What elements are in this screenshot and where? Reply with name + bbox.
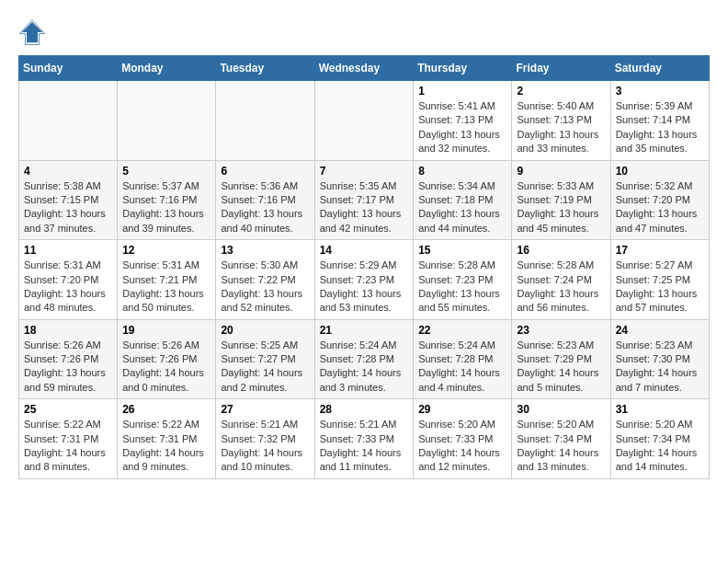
day-number: 10 (616, 165, 704, 178)
day-info: Sunrise: 5:20 AM Sunset: 7:34 PM Dayligh… (517, 418, 605, 475)
day-number: 12 (122, 244, 210, 257)
calendar-day-cell: 30Sunrise: 5:20 AM Sunset: 7:34 PM Dayli… (512, 399, 610, 479)
calendar-day-cell: 20Sunrise: 5:25 AM Sunset: 7:27 PM Dayli… (216, 319, 314, 399)
logo-icon (18, 18, 46, 46)
calendar-day-cell: 6Sunrise: 5:36 AM Sunset: 7:16 PM Daylig… (216, 160, 314, 240)
day-of-week-header: Tuesday (216, 56, 314, 81)
day-info: Sunrise: 5:37 AM Sunset: 7:16 PM Dayligh… (122, 179, 210, 236)
calendar-day-cell (19, 81, 118, 161)
calendar-day-cell (216, 81, 314, 161)
day-number: 9 (517, 165, 605, 178)
day-info: Sunrise: 5:40 AM Sunset: 7:13 PM Dayligh… (517, 99, 605, 156)
day-number: 7 (320, 165, 409, 178)
calendar-week-row: 18Sunrise: 5:26 AM Sunset: 7:26 PM Dayli… (19, 319, 710, 399)
day-of-week-header: Friday (512, 56, 610, 81)
day-of-week-header: Saturday (610, 56, 709, 81)
day-info: Sunrise: 5:33 AM Sunset: 7:19 PM Dayligh… (517, 179, 605, 236)
calendar-day-cell: 3Sunrise: 5:39 AM Sunset: 7:14 PM Daylig… (610, 81, 709, 161)
day-number: 2 (517, 85, 605, 98)
calendar-week-row: 4Sunrise: 5:38 AM Sunset: 7:15 PM Daylig… (19, 160, 710, 240)
day-info: Sunrise: 5:29 AM Sunset: 7:23 PM Dayligh… (320, 259, 409, 316)
calendar-day-cell: 2Sunrise: 5:40 AM Sunset: 7:13 PM Daylig… (512, 81, 610, 161)
day-info: Sunrise: 5:32 AM Sunset: 7:20 PM Dayligh… (616, 179, 704, 236)
calendar-day-cell: 9Sunrise: 5:33 AM Sunset: 7:19 PM Daylig… (512, 160, 610, 240)
day-number: 25 (24, 403, 112, 416)
day-info: Sunrise: 5:26 AM Sunset: 7:26 PM Dayligh… (122, 339, 210, 396)
calendar-day-cell: 21Sunrise: 5:24 AM Sunset: 7:28 PM Dayli… (314, 319, 414, 399)
calendar-day-cell (118, 81, 216, 161)
day-number: 23 (517, 324, 605, 337)
day-info: Sunrise: 5:39 AM Sunset: 7:14 PM Dayligh… (616, 99, 704, 156)
day-number: 14 (320, 244, 409, 257)
day-info: Sunrise: 5:22 AM Sunset: 7:31 PM Dayligh… (122, 418, 210, 475)
calendar-day-cell: 29Sunrise: 5:20 AM Sunset: 7:33 PM Dayli… (414, 399, 512, 479)
calendar-day-cell: 16Sunrise: 5:28 AM Sunset: 7:24 PM Dayli… (512, 240, 610, 320)
calendar-day-cell: 14Sunrise: 5:29 AM Sunset: 7:23 PM Dayli… (314, 240, 414, 320)
day-info: Sunrise: 5:26 AM Sunset: 7:26 PM Dayligh… (24, 339, 112, 396)
logo (18, 18, 50, 46)
day-info: Sunrise: 5:34 AM Sunset: 7:18 PM Dayligh… (418, 179, 506, 236)
calendar-day-cell: 19Sunrise: 5:26 AM Sunset: 7:26 PM Dayli… (118, 319, 216, 399)
day-info: Sunrise: 5:30 AM Sunset: 7:22 PM Dayligh… (221, 259, 309, 316)
day-info: Sunrise: 5:23 AM Sunset: 7:29 PM Dayligh… (517, 339, 605, 396)
day-info: Sunrise: 5:20 AM Sunset: 7:34 PM Dayligh… (616, 418, 704, 475)
day-of-week-header: Sunday (19, 56, 118, 81)
calendar-day-cell: 7Sunrise: 5:35 AM Sunset: 7:17 PM Daylig… (314, 160, 414, 240)
calendar-day-cell: 5Sunrise: 5:37 AM Sunset: 7:16 PM Daylig… (118, 160, 216, 240)
day-number: 24 (616, 324, 704, 337)
calendar-day-cell (314, 81, 414, 161)
day-info: Sunrise: 5:22 AM Sunset: 7:31 PM Dayligh… (24, 418, 112, 475)
calendar-day-cell: 31Sunrise: 5:20 AM Sunset: 7:34 PM Dayli… (610, 399, 709, 479)
day-number: 31 (616, 403, 704, 416)
day-number: 8 (418, 165, 506, 178)
calendar-day-cell: 13Sunrise: 5:30 AM Sunset: 7:22 PM Dayli… (216, 240, 314, 320)
calendar-day-cell: 27Sunrise: 5:21 AM Sunset: 7:32 PM Dayli… (216, 399, 314, 479)
calendar-day-cell: 25Sunrise: 5:22 AM Sunset: 7:31 PM Dayli… (19, 399, 118, 479)
day-info: Sunrise: 5:28 AM Sunset: 7:23 PM Dayligh… (418, 259, 506, 316)
calendar-table: SundayMondayTuesdayWednesdayThursdayFrid… (18, 55, 710, 479)
day-of-week-header: Monday (118, 56, 216, 81)
calendar-day-cell: 12Sunrise: 5:31 AM Sunset: 7:21 PM Dayli… (118, 240, 216, 320)
day-number: 20 (221, 324, 309, 337)
day-info: Sunrise: 5:38 AM Sunset: 7:15 PM Dayligh… (24, 179, 112, 236)
calendar-day-cell: 15Sunrise: 5:28 AM Sunset: 7:23 PM Dayli… (414, 240, 512, 320)
calendar-week-row: 11Sunrise: 5:31 AM Sunset: 7:20 PM Dayli… (19, 240, 710, 320)
calendar-week-row: 1Sunrise: 5:41 AM Sunset: 7:13 PM Daylig… (19, 81, 710, 161)
day-info: Sunrise: 5:36 AM Sunset: 7:16 PM Dayligh… (221, 179, 309, 236)
day-number: 21 (320, 324, 409, 337)
day-number: 1 (418, 85, 506, 98)
calendar-day-cell: 26Sunrise: 5:22 AM Sunset: 7:31 PM Dayli… (118, 399, 216, 479)
day-info: Sunrise: 5:24 AM Sunset: 7:28 PM Dayligh… (418, 339, 506, 396)
day-number: 4 (24, 165, 112, 178)
calendar-day-cell: 17Sunrise: 5:27 AM Sunset: 7:25 PM Dayli… (610, 240, 709, 320)
day-info: Sunrise: 5:21 AM Sunset: 7:32 PM Dayligh… (221, 418, 309, 475)
day-number: 30 (517, 403, 605, 416)
calendar-day-cell: 11Sunrise: 5:31 AM Sunset: 7:20 PM Dayli… (19, 240, 118, 320)
day-number: 28 (320, 403, 409, 416)
calendar-week-row: 25Sunrise: 5:22 AM Sunset: 7:31 PM Dayli… (19, 399, 710, 479)
day-number: 17 (616, 244, 704, 257)
day-number: 22 (418, 324, 506, 337)
calendar-day-cell: 1Sunrise: 5:41 AM Sunset: 7:13 PM Daylig… (414, 81, 512, 161)
calendar-day-cell: 4Sunrise: 5:38 AM Sunset: 7:15 PM Daylig… (19, 160, 118, 240)
calendar-day-cell: 22Sunrise: 5:24 AM Sunset: 7:28 PM Dayli… (414, 319, 512, 399)
day-info: Sunrise: 5:21 AM Sunset: 7:33 PM Dayligh… (320, 418, 409, 475)
day-number: 15 (418, 244, 506, 257)
day-number: 16 (517, 244, 605, 257)
day-info: Sunrise: 5:23 AM Sunset: 7:30 PM Dayligh… (616, 339, 704, 396)
day-info: Sunrise: 5:31 AM Sunset: 7:21 PM Dayligh… (122, 259, 210, 316)
calendar-day-cell: 28Sunrise: 5:21 AM Sunset: 7:33 PM Dayli… (314, 399, 414, 479)
day-number: 29 (418, 403, 506, 416)
day-info: Sunrise: 5:20 AM Sunset: 7:33 PM Dayligh… (418, 418, 506, 475)
day-number: 13 (221, 244, 309, 257)
day-number: 5 (122, 165, 210, 178)
calendar-header-row: SundayMondayTuesdayWednesdayThursdayFrid… (19, 56, 710, 81)
day-of-week-header: Thursday (414, 56, 512, 81)
day-number: 27 (221, 403, 309, 416)
day-number: 18 (24, 324, 112, 337)
day-info: Sunrise: 5:27 AM Sunset: 7:25 PM Dayligh… (616, 259, 704, 316)
day-info: Sunrise: 5:24 AM Sunset: 7:28 PM Dayligh… (320, 339, 409, 396)
day-info: Sunrise: 5:35 AM Sunset: 7:17 PM Dayligh… (320, 179, 409, 236)
calendar-day-cell: 23Sunrise: 5:23 AM Sunset: 7:29 PM Dayli… (512, 319, 610, 399)
day-info: Sunrise: 5:41 AM Sunset: 7:13 PM Dayligh… (418, 99, 506, 156)
